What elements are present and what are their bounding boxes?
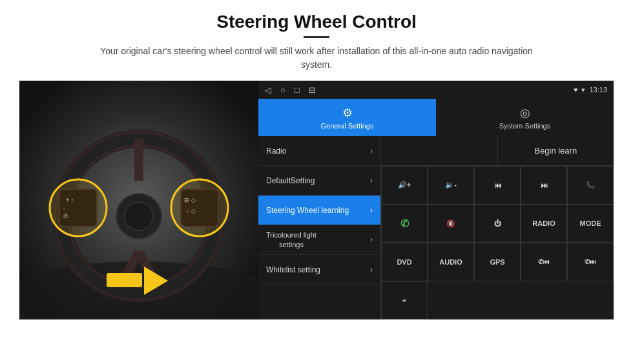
menu-whitelist-label: Whitelist setting [266, 265, 320, 274]
menu-item-whitelist[interactable]: Whitelist setting › [258, 255, 380, 285]
menu-item-default[interactable]: DefaultSetting › [258, 166, 380, 196]
next-track-button[interactable]: ⏭ [521, 166, 567, 205]
menu-default-label: DefaultSetting [266, 176, 315, 185]
audio-button[interactable]: AUDIO [428, 243, 474, 281]
vol-up-button[interactable]: 🔊+ [381, 166, 428, 205]
tab-system-label: System Settings [499, 122, 550, 130]
chevron-icon: › [370, 147, 373, 156]
list-icon: ≡ [402, 296, 406, 304]
gps-button[interactable]: GPS [474, 243, 521, 281]
chevron-icon: › [370, 235, 373, 245]
nav-icons: ◁ ○ □ ⊟ [265, 85, 316, 95]
menu-list: Radio › DefaultSetting › Steering Wheel … [258, 136, 381, 319]
tel-prev-icon: ✆⏮ [538, 258, 550, 265]
mute-icon: 🔇 [446, 219, 455, 228]
menu-icon[interactable]: ⊟ [309, 85, 316, 95]
empty-box [381, 136, 498, 165]
tab-bar: ⚙ General Settings ◎ System Settings [258, 99, 614, 136]
main-area: Radio › DefaultSetting › Steering Wheel … [258, 136, 614, 319]
prev-track-icon: ⏮ [494, 181, 501, 189]
vol-up-icon: 🔊+ [398, 181, 411, 189]
tel-prev-button[interactable]: ✆⏮ [521, 243, 567, 281]
svg-rect-19 [107, 273, 142, 287]
begin-learn-button[interactable]: Begin learn [498, 136, 614, 165]
android-ui: ◁ ○ □ ⊟ ♥ ▾ 13:13 ⚙ General Settings [258, 81, 614, 319]
home-icon[interactable]: ○ [280, 85, 285, 95]
title-divider [304, 36, 329, 38]
right-panel: Begin learn 🔊+ 🔉- ⏮ [381, 136, 614, 319]
top-row: Begin learn [381, 136, 614, 166]
status-icons: ♥ ▾ 13:13 [574, 86, 607, 94]
location-icon: ♥ [574, 86, 578, 94]
menu-radio-label: Radio [266, 147, 286, 156]
call-accept-button[interactable]: ✆ [381, 205, 428, 243]
back-icon[interactable]: ◁ [265, 85, 271, 95]
call-accept-icon: ✆ [400, 217, 409, 230]
radio-mode-button[interactable]: RADIO [521, 205, 567, 243]
phone-button[interactable]: 📞 [567, 166, 614, 205]
phone-icon: 📞 [586, 181, 595, 189]
power-icon: ⏻ [494, 219, 501, 227]
car-image-section: + ↑ - ✆ ⊟ ◇ ○ ◇ [19, 81, 258, 319]
chevron-icon: › [370, 176, 373, 185]
signal-icon: ▾ [581, 86, 585, 94]
system-settings-icon: ◎ [520, 106, 530, 120]
vol-down-icon: 🔉- [445, 181, 457, 189]
general-settings-icon: ⚙ [342, 106, 353, 120]
svg-point-9 [125, 202, 153, 230]
page-subtitle: Your original car's steering wheel contr… [90, 45, 543, 72]
tab-general-settings[interactable]: ⚙ General Settings [258, 99, 436, 136]
chevron-icon: › [370, 206, 373, 215]
tel-next-icon: ✆⏭ [585, 258, 596, 265]
radio-label: RADIO [532, 219, 555, 227]
mode-button[interactable]: MODE [567, 205, 614, 243]
tab-system-settings[interactable]: ◎ System Settings [436, 99, 614, 136]
menu-item-steering[interactable]: Steering Wheel learning › [258, 196, 380, 225]
button-grid: 🔊+ 🔉- ⏮ ⏭ 📞 [381, 166, 614, 319]
mute-button[interactable]: 🔇 [428, 205, 474, 243]
list-button[interactable]: ≡ [381, 281, 428, 320]
tab-general-label: General Settings [321, 122, 374, 130]
mode-label: MODE [580, 219, 601, 227]
status-bar: ◁ ○ □ ⊟ ♥ ▾ 13:13 [258, 81, 614, 99]
time-display: 13:13 [589, 86, 607, 94]
tel-next-button[interactable]: ✆⏭ [567, 243, 614, 281]
menu-item-radio[interactable]: Radio › [258, 136, 380, 166]
audio-label: AUDIO [439, 258, 462, 266]
dvd-button[interactable]: DVD [381, 243, 428, 281]
dvd-label: DVD [397, 258, 411, 266]
menu-tricoloured-label: Tricoloured lightsettings [266, 230, 316, 249]
content-row: + ↑ - ✆ ⊟ ◇ ○ ◇ [19, 81, 614, 319]
svg-point-18 [171, 179, 228, 236]
menu-steering-label: Steering Wheel learning [266, 206, 349, 215]
power-button[interactable]: ⏻ [474, 205, 521, 243]
recents-icon[interactable]: □ [295, 85, 300, 95]
vol-down-button[interactable]: 🔉- [428, 166, 474, 205]
svg-point-17 [50, 179, 107, 236]
chevron-icon: › [370, 265, 373, 274]
menu-item-tricoloured[interactable]: Tricoloured lightsettings › [258, 225, 380, 255]
page-title: Steering Wheel Control [216, 12, 417, 32]
next-track-icon: ⏭ [541, 181, 548, 189]
gps-label: GPS [490, 258, 504, 266]
prev-track-button[interactable]: ⏮ [474, 166, 521, 205]
